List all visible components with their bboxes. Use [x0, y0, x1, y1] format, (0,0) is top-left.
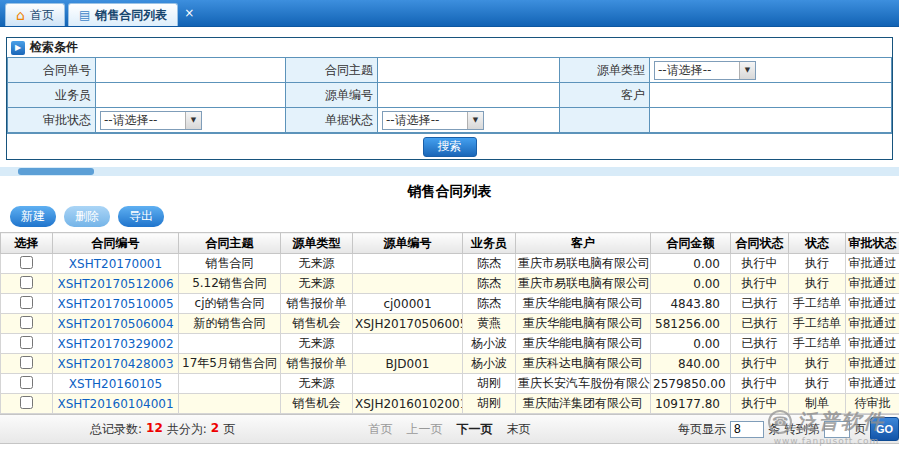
table-row: XSTH20160105无来源胡刚重庆长安汽车股份有限公司2579850.00执…	[1, 374, 899, 394]
customer-cell: 重庆华能电脑有限公司	[516, 334, 651, 354]
contract-no-link[interactable]: XSHT20170001	[69, 257, 162, 271]
subject-cell: 销售合同	[179, 254, 281, 274]
contract-no-cell: XSHT20170001	[53, 254, 179, 274]
first-page-link[interactable]: 首页	[369, 421, 393, 438]
salesman-label: 业务员	[8, 83, 96, 108]
row-checkbox[interactable]	[20, 396, 33, 409]
doc-status-select[interactable]: --请选择-- ▼	[382, 111, 484, 130]
per-page-input[interactable]	[730, 421, 764, 438]
contract-no-link[interactable]: XSHT20170428003	[57, 357, 173, 371]
contract-no-link[interactable]: XSHT20170329002	[57, 337, 173, 351]
salesman-cell	[96, 83, 286, 108]
subject-input[interactable]	[382, 60, 555, 80]
approval-status-label: 审批状态	[8, 108, 96, 133]
select-cell	[1, 294, 53, 314]
contract-no-link[interactable]: XSHT20160104001	[57, 397, 173, 411]
contract-status-cell: 执行中	[731, 354, 789, 374]
amount-cell: 581256.00	[651, 314, 731, 334]
new-button[interactable]: 新建	[10, 206, 56, 227]
delete-button[interactable]: 删除	[64, 206, 110, 227]
export-button[interactable]: 导出	[118, 206, 164, 227]
horizontal-scrollbar[interactable]	[0, 167, 899, 176]
source-no-cell	[378, 83, 560, 108]
approval-status-cell: 审批通过	[846, 334, 899, 354]
col-salesman: 业务员	[463, 233, 516, 254]
subject-cell	[179, 394, 281, 414]
contract-no-link[interactable]: XSHT20170506004	[57, 317, 173, 331]
row-checkbox[interactable]	[20, 356, 33, 369]
source-type-cell: 销售机会	[281, 314, 353, 334]
last-page-link[interactable]: 末页	[507, 421, 531, 438]
approval-status-select-value: --请选择--	[101, 112, 185, 129]
amount-cell: 2579850.00	[651, 374, 731, 394]
customer-cell: 重庆陆洋集团有限公司	[516, 394, 651, 414]
contract-status-cell: 执行中	[731, 274, 789, 294]
tab-sales-contract-list[interactable]: ▤ 销售合同列表	[68, 3, 178, 26]
row-checkbox[interactable]	[20, 316, 33, 329]
col-approval-status: 审批状态	[846, 233, 899, 254]
contract-no-cell: XSHT20170506004	[53, 314, 179, 334]
prev-page-link[interactable]: 上一页	[407, 421, 443, 438]
source-type-select[interactable]: --请选择-- ▼	[654, 61, 756, 80]
salesman-input[interactable]	[100, 85, 281, 105]
subject-cell	[179, 374, 281, 394]
contract-status-cell: 执行中	[731, 374, 789, 394]
row-checkbox[interactable]	[20, 296, 33, 309]
pages-label: 共分为:	[167, 421, 207, 438]
scrollbar-thumb[interactable]	[18, 168, 94, 175]
search-button[interactable]: 搜索	[423, 137, 477, 157]
source-no-cell: cj00001	[353, 294, 463, 314]
customer-cell: 重庆科达电脑有限公司	[516, 354, 651, 374]
contract-table-body: XSHT20170001销售合同无来源陈杰重庆市易联电脑有限公司0.00执行中执…	[1, 254, 899, 414]
source-no-input[interactable]	[382, 85, 555, 105]
customer-input[interactable]	[654, 85, 887, 105]
select-cell	[1, 354, 53, 374]
source-no-cell: BJD001	[353, 354, 463, 374]
customer-cell: 重庆华能电脑有限公司	[516, 314, 651, 334]
col-source-type: 源单类型	[281, 233, 353, 254]
contract-no-cell: XSTH20160105	[53, 374, 179, 394]
contract-no-cell: XSHT20170512006	[53, 274, 179, 294]
table-row: XSHT2017042800317年5月销售合同销售报价单BJD001杨小波重庆…	[1, 354, 899, 374]
contract-no-cell: XSHT20160104001	[53, 394, 179, 414]
tab-close-icon[interactable]: ×	[184, 7, 194, 19]
subject-cell	[378, 58, 560, 83]
chevron-down-icon: ▼	[739, 62, 755, 79]
row-checkbox[interactable]	[20, 336, 33, 349]
toolbar: 新建 删除 导出	[0, 206, 899, 232]
go-button[interactable]: GO	[870, 417, 899, 441]
amount-cell: 0.00	[651, 254, 731, 274]
row-checkbox[interactable]	[20, 376, 33, 389]
contract-no-label: 合同单号	[8, 58, 96, 83]
col-contract-no: 合同编号	[53, 233, 179, 254]
contract-status-cell: 执行中	[731, 394, 789, 414]
col-source-no: 源单编号	[353, 233, 463, 254]
source-no-cell: XSJH20160102001	[353, 394, 463, 414]
contract-no-link[interactable]: XSTH20160105	[69, 377, 162, 391]
row-checkbox[interactable]	[20, 256, 33, 269]
tab-home-label: 首页	[30, 7, 54, 24]
subject-cell: cj的销售合同	[179, 294, 281, 314]
subject-cell	[179, 334, 281, 354]
collapse-arrow-icon[interactable]: ▶	[11, 41, 25, 55]
subject-cell: 新的销售合同	[179, 314, 281, 334]
customer-cell	[650, 83, 892, 108]
approval-status-select[interactable]: --请选择-- ▼	[100, 111, 202, 130]
tab-home[interactable]: ⌂ 首页	[5, 3, 65, 26]
customer-cell: 重庆华能电脑有限公司	[516, 294, 651, 314]
goto-page-input[interactable]	[824, 421, 850, 438]
select-cell	[1, 274, 53, 294]
select-cell	[1, 374, 53, 394]
customer-cell: 重庆市易联电脑有限公司	[516, 254, 651, 274]
contract-no-link[interactable]: XSHT20170510005	[57, 297, 173, 311]
contract-no-input[interactable]	[100, 60, 281, 80]
next-page-link[interactable]: 下一页	[457, 421, 493, 438]
approval-status-cell: 审批通过	[846, 294, 899, 314]
chevron-down-icon: ▼	[185, 112, 201, 129]
contract-no-link[interactable]: XSHT20170512006	[57, 277, 173, 291]
empty-label-cell	[560, 108, 650, 133]
pagination-bar: 总记录数: 12 共分为: 2 页 首页 上一页 下一页 末页 每页显示 条 转…	[0, 414, 899, 444]
row-checkbox[interactable]	[20, 276, 33, 289]
table-row: XSHT20170001销售合同无来源陈杰重庆市易联电脑有限公司0.00执行中执…	[1, 254, 899, 274]
salesman-cell: 杨小波	[463, 354, 516, 374]
